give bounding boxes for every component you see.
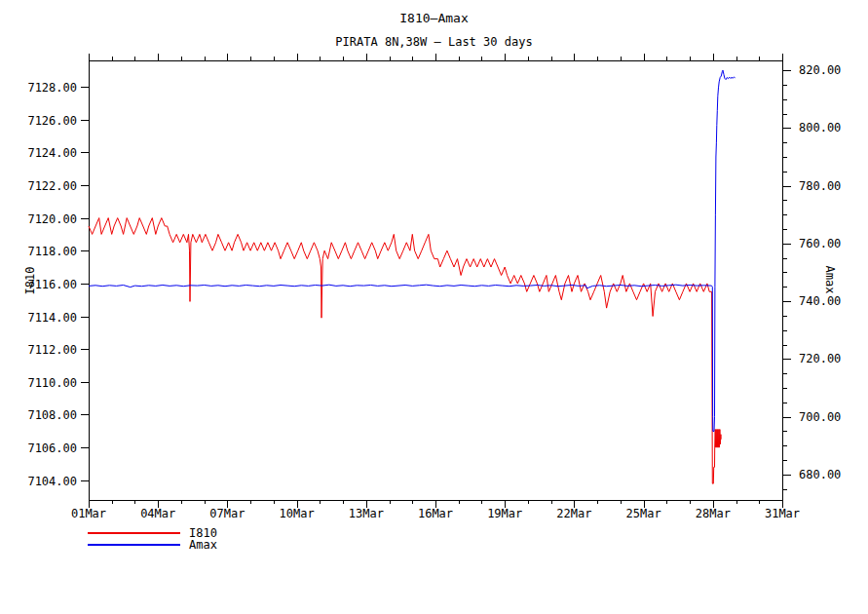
tick-label: 01Mar [71, 507, 106, 520]
tick-label: 7122.00 [27, 179, 77, 193]
tick-label: 28Mar [696, 507, 731, 520]
tick-label: 7104.00 [27, 475, 77, 488]
tick-label: 800.00 [799, 121, 841, 134]
tick-label: 7120.00 [27, 212, 77, 226]
tick-label: 04Mar [140, 507, 175, 520]
y-axis-right: 820.00800.00780.00760.00740.00720.00700.… [782, 63, 841, 490]
tick-label: 13Mar [349, 507, 384, 520]
tick-label: 760.00 [799, 237, 841, 250]
tick-label: 740.00 [799, 294, 841, 308]
tick-label: 07Mar [209, 507, 245, 520]
legend-item-amax: Amax [88, 539, 217, 551]
legend-label-amax: Amax [189, 539, 217, 551]
tick-label: 7108.00 [27, 408, 77, 422]
tick-label: 680.00 [799, 468, 841, 481]
x-axis: 01Mar04Mar07Mar10Mar13Mar16Mar19Mar22Mar… [71, 54, 800, 520]
tick-label: 31Mar [765, 507, 800, 520]
legend: I810 Amax [88, 527, 217, 551]
tick-label: 10Mar [280, 507, 315, 520]
tick-label: 16Mar [418, 507, 453, 520]
tick-label: 7110.00 [27, 376, 77, 390]
tick-label: 22Mar [556, 507, 591, 520]
tick-label: 7114.00 [27, 311, 77, 325]
plot-area: 7128.007126.007124.007122.007120.007118.… [0, 0, 868, 614]
tick-label: 700.00 [799, 410, 841, 424]
tick-label: 780.00 [799, 179, 841, 193]
series-amax-line [89, 70, 736, 431]
legend-line-i810 [88, 532, 180, 534]
tick-label: 7116.00 [27, 278, 77, 291]
tick-label: 7112.00 [27, 343, 77, 357]
tick-label: 19Mar [487, 507, 522, 520]
tick-label: 7118.00 [27, 245, 77, 258]
series-i810-line [89, 218, 721, 484]
y-axis-left: 7128.007126.007124.007122.007120.007118.… [27, 81, 89, 488]
plot-frame [89, 60, 782, 500]
tick-label: 7106.00 [27, 441, 77, 455]
tick-label: 720.00 [799, 352, 841, 365]
tick-label: 7126.00 [27, 114, 77, 128]
legend-line-amax [88, 544, 180, 546]
tick-label: 25Mar [626, 507, 661, 520]
tick-label: 7128.00 [27, 81, 77, 95]
tick-label: 7124.00 [27, 146, 77, 160]
tick-label: 820.00 [799, 63, 841, 77]
chart-window: I810–Amax PIRATA 8N,38W – Last 30 days I… [0, 0, 868, 614]
